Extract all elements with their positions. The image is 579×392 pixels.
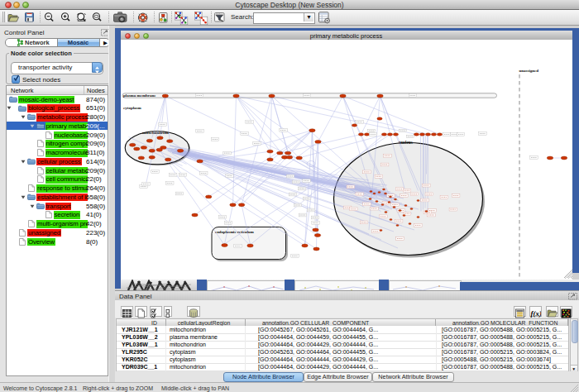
svg-text:nucleus: nucleus xyxy=(399,139,413,144)
svg-text:plasma membrane: plasma membrane xyxy=(123,93,156,98)
svg-text:mitochondrion: mitochondrion xyxy=(142,130,169,134)
svg-text:cytoplasm: cytoplasm xyxy=(123,106,142,110)
svg-text:f(x): f(x) xyxy=(531,309,542,318)
svg-text:unassigned: unassigned xyxy=(519,68,538,72)
